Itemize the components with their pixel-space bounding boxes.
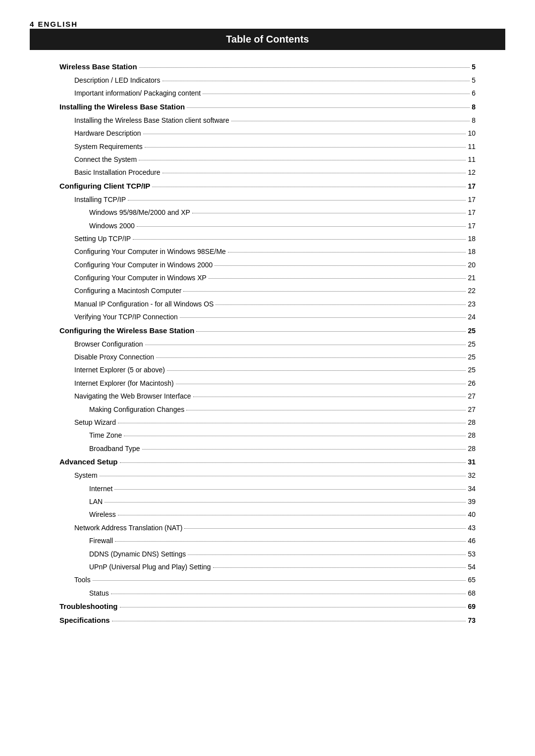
toc-entry: Description / LED Indicators5 — [59, 75, 476, 86]
toc-entry-page: 34 — [468, 483, 476, 494]
toc-entry: Wireless40 — [59, 509, 476, 520]
toc-entry-page: 27 — [468, 404, 476, 415]
toc-entry: Internet Explorer (5 or above)25 — [59, 364, 476, 375]
toc-dots — [118, 515, 466, 515]
page-number: 4 — [30, 20, 35, 28]
toc-dots — [114, 489, 466, 490]
toc-entry-label: Browser Configuration — [74, 339, 143, 350]
toc-entry: Setup Wizard28 — [59, 417, 476, 428]
toc-dots — [187, 107, 470, 108]
toc-entry-page: 8 — [472, 101, 476, 112]
toc-entry-page: 24 — [468, 311, 476, 322]
toc-entry: Installing the Wireless Base Station8 — [59, 101, 476, 113]
toc-entry-page: 11 — [468, 154, 476, 165]
toc-dots — [184, 528, 466, 529]
toc-entry-page: 39 — [468, 496, 476, 507]
toc-entry-label: Internet — [89, 483, 112, 494]
toc-entry-page: 26 — [468, 378, 476, 389]
toc-entry-page: 65 — [468, 574, 476, 585]
toc-entry-label: DDNS (Dynamic DNS) Settings — [89, 549, 186, 559]
toc-entry: Troubleshooting69 — [59, 601, 476, 612]
toc-dots — [128, 200, 466, 201]
toc-entry: Status68 — [59, 588, 476, 599]
toc-entry-page: 73 — [468, 615, 476, 626]
toc-entry-page: 27 — [468, 391, 476, 402]
toc-dots — [100, 476, 466, 476]
toc-entry-label: Setting Up TCP/IP — [74, 233, 131, 244]
toc-dots — [176, 384, 466, 384]
toc-entry-label: Hardware Description — [74, 128, 141, 139]
toc-entry-page: 43 — [468, 522, 476, 533]
toc-entry-page: 17 — [468, 220, 476, 231]
toc-entry-page: 25 — [468, 352, 476, 362]
toc-dots — [143, 134, 466, 134]
toc-entry: Basic Installation Procedure12 — [59, 167, 476, 178]
toc-dots — [156, 357, 466, 358]
toc-entry-label: Making Configuration Changes — [89, 404, 184, 415]
toc-entry-page: 25 — [468, 339, 476, 350]
toc-dots — [115, 541, 466, 542]
toc-entry-page: 53 — [468, 549, 476, 559]
toc-entry: LAN39 — [59, 496, 476, 507]
toc-dots — [112, 621, 466, 621]
toc-entry: Windows 200017 — [59, 220, 476, 231]
toc-entry: DDNS (Dynamic DNS) Settings53 — [59, 549, 476, 559]
toc-entry-page: 23 — [468, 299, 476, 309]
toc-entry: Network Address Translation (NAT)43 — [59, 522, 476, 533]
toc-entry-page: 25 — [468, 325, 476, 336]
toc-entry-label: Installing TCP/IP — [74, 194, 126, 205]
toc-title: Table of Contents — [226, 34, 309, 45]
toc-dots — [162, 173, 466, 173]
page-header: 4 ENGLISH — [30, 20, 505, 29]
toc-entry: Windows 95/98/Me/2000 and XP17 — [59, 207, 476, 218]
toc-entry-page: 17 — [468, 181, 476, 192]
toc-entry: System Requirements11 — [59, 141, 476, 152]
toc-dots — [213, 567, 466, 568]
toc-entry-page: 17 — [468, 207, 476, 218]
toc-dots — [209, 278, 466, 279]
toc-dots — [167, 370, 466, 371]
toc-entry: Important information/ Packaging content… — [59, 88, 476, 99]
toc-entry: Installing TCP/IP17 — [59, 194, 476, 205]
toc-entry-page: 8 — [472, 115, 476, 126]
toc-dots — [214, 265, 466, 266]
toc-entry-page: 28 — [468, 443, 476, 454]
toc-entry: Making Configuration Changes27 — [59, 404, 476, 415]
toc-entry-label: Advanced Setup — [59, 456, 118, 468]
toc-dots — [124, 436, 466, 436]
toc-dots — [105, 502, 466, 503]
toc-dots — [139, 67, 470, 68]
toc-dots — [139, 160, 466, 160]
toc-dots — [118, 423, 466, 423]
toc-entry-label: Firewall — [89, 535, 113, 546]
toc-dots — [133, 239, 466, 240]
toc-entry-page: 28 — [468, 417, 476, 428]
toc-entry-page: 32 — [468, 470, 476, 481]
toc-dots — [193, 397, 466, 397]
toc-dots — [142, 449, 466, 450]
toc-dots — [183, 291, 466, 292]
toc-dots — [203, 94, 470, 94]
toc-entry: Configuring a Macintosh Computer22 — [59, 285, 476, 296]
toc-entry-label: Disable Proxy Connection — [74, 352, 154, 362]
toc-entry: Tools65 — [59, 574, 476, 585]
toc-entry-label: Manual IP Configuration - for all Window… — [74, 299, 214, 309]
toc-dots — [196, 331, 466, 332]
toc-entry-page: 46 — [468, 535, 476, 546]
toc-entry-label: UPnP (Universal Plug and Play) Setting — [89, 561, 211, 572]
toc-entry-label: Configuring Your Computer in Windows 200… — [74, 259, 213, 270]
toc-entry-label: Navigating the Web Browser Interface — [74, 391, 191, 402]
toc-dots — [231, 121, 470, 121]
toc-entry-label: System Requirements — [74, 141, 143, 152]
toc-entry: Installing the Wireless Base Station cli… — [59, 115, 476, 126]
toc-entry: Internet Explorer (for Macintosh)26 — [59, 378, 476, 389]
toc-entry-label: Setup Wizard — [74, 417, 116, 428]
toc-entry-label: Internet Explorer (5 or above) — [74, 364, 165, 375]
toc-entry: Firewall46 — [59, 535, 476, 546]
toc-entry: Browser Configuration25 — [59, 339, 476, 350]
toc-dots — [186, 410, 466, 410]
toc-entry: Connect the System11 — [59, 154, 476, 165]
toc-entry: Manual IP Configuration - for all Window… — [59, 299, 476, 309]
toc-entry-page: 10 — [468, 128, 476, 139]
toc-entry-label: Windows 2000 — [89, 220, 135, 231]
